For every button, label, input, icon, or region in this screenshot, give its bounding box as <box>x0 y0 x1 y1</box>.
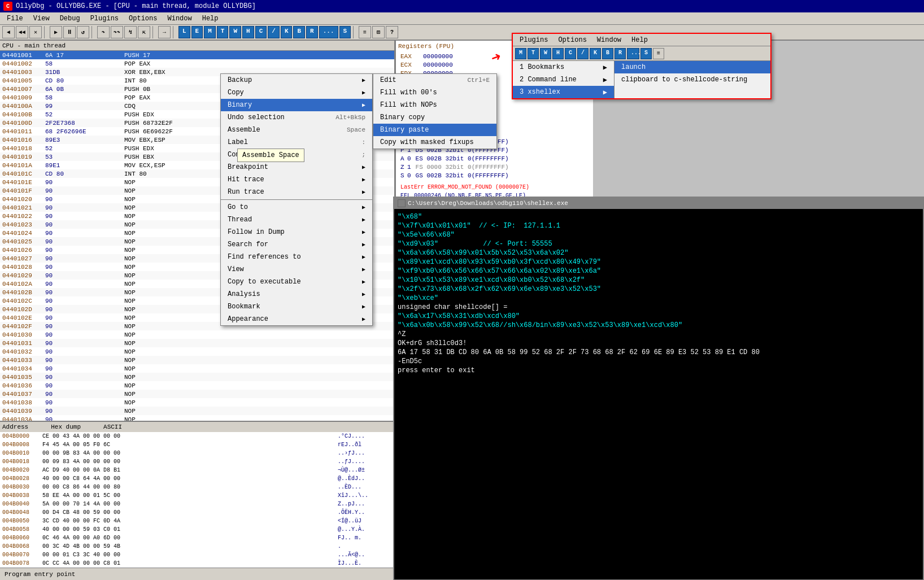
plugins-sub-launch[interactable]: launch <box>614 61 770 73</box>
toolbar-grid[interactable]: ⊞ <box>372 26 385 38</box>
ctx-backup[interactable]: Backup▶ <box>221 74 372 86</box>
ctx-binary[interactable]: Binary▶ <box>221 99 372 111</box>
plugins-menu-plugins[interactable]: Plugins <box>515 35 552 45</box>
toolbar-run[interactable]: ▶ <box>50 26 62 38</box>
ctx-label[interactable]: Label: <box>221 136 372 149</box>
toolbar-pause[interactable]: ⏸ <box>63 26 76 38</box>
ctx-breakpoint[interactable]: Breakpoint▶ <box>221 161 372 173</box>
ptool-slash[interactable]: / <box>577 48 589 59</box>
sub-fillnop[interactable]: Fill with NOPs <box>373 99 496 111</box>
menu-plugins[interactable]: Plugins <box>86 14 123 24</box>
plugins-menu-window[interactable]: Window <box>592 35 626 45</box>
ctx-view[interactable]: View▶ <box>221 263 372 276</box>
hex-row: 004B001000 00 9B 83 4A 00 00 00..›ƒJ... <box>0 449 394 457</box>
terminal-line: "\xf9\xb0\x66\x56\x66\x57\x66\x6a\x02\x8… <box>398 267 919 276</box>
sub-edit[interactable]: EditCtrl+E <box>373 74 496 86</box>
disasm-row[interactable]: 044010016A 17PUSH 17 <box>0 51 394 59</box>
app-icon: C <box>3 2 12 11</box>
menu-file[interactable]: File <box>2 14 28 24</box>
toolbar-C[interactable]: C <box>255 26 267 38</box>
ctx-runtrace[interactable]: Run trace▶ <box>221 186 372 198</box>
ctx-hittrace[interactable]: Hit trace▶ <box>221 173 372 186</box>
toolbar-step2[interactable]: ↷↷ <box>111 26 123 38</box>
sub-fill00[interactable]: Fill with 00's <box>373 86 496 99</box>
disasm-row[interactable]: 0440103590NOP <box>0 373 394 381</box>
menu-view[interactable]: View <box>29 14 54 24</box>
terminal-line: "\x6a\x66\x58\x99\x01\x5b\x52\x53\x6a\x0… <box>398 248 919 258</box>
menu-options[interactable]: Options <box>124 14 162 24</box>
ptool-B[interactable]: B <box>602 48 613 59</box>
terminal-line: press enter to exit <box>398 366 919 375</box>
toolbar-question[interactable]: ? <box>386 26 398 38</box>
sub-binarypaste[interactable]: Binary paste <box>373 124 496 136</box>
plugins-menu-options[interactable]: Options <box>553 35 591 45</box>
toolbar-K[interactable]: K <box>281 26 293 38</box>
toolbar-btn-stop[interactable]: ✕ <box>29 26 42 38</box>
ctx-goto[interactable]: Go to▶ <box>221 201 372 213</box>
toolbar-btn-2[interactable]: ◄◄ <box>16 26 28 38</box>
ctx-followindump[interactable]: Follow in Dump▶ <box>221 226 372 238</box>
toolbar-list[interactable]: ≡ <box>359 26 371 38</box>
disasm-row[interactable]: 0440103190NOP <box>0 339 394 347</box>
ctx-appearance[interactable]: Appearance▶ <box>221 313 372 325</box>
ctx-analysis[interactable]: Analysis▶ <box>221 288 372 300</box>
toolbar-B[interactable]: B <box>293 26 305 38</box>
toolbar-S[interactable]: S <box>339 26 351 38</box>
ptool-dots[interactable]: ... <box>627 48 639 59</box>
toolbar-L[interactable]: L <box>178 26 190 38</box>
menu-help[interactable]: Help <box>198 14 223 24</box>
ctx-undo[interactable]: Undo selectionAlt+BkSp <box>221 111 372 124</box>
toolbar-trace[interactable]: → <box>158 26 171 38</box>
ptool-M[interactable]: M <box>515 48 526 59</box>
plugins-item-cmdline[interactable]: 2 Command line▶ <box>513 73 614 86</box>
ptool-H[interactable]: H <box>552 48 564 59</box>
plugins-item-bookmarks[interactable]: 1 Bookmarks▶ <box>513 61 614 73</box>
toolbar-step3[interactable]: ↯ <box>124 26 137 38</box>
ptool-W[interactable]: W <box>540 48 551 59</box>
ctx-assemble[interactable]: AssembleSpace <box>221 124 372 136</box>
plugins-item-xshellex[interactable]: 3 xshellex▶ <box>513 86 614 98</box>
menu-window[interactable]: Window <box>163 14 196 24</box>
toolbar-step4[interactable]: ⇱ <box>138 26 150 38</box>
disasm-row[interactable]: 0440103990NOP <box>0 407 394 415</box>
toolbar-R[interactable]: R <box>306 26 318 38</box>
disasm-row[interactable]: 0440103490NOP <box>0 364 394 373</box>
ctx-copyexe[interactable]: Copy to executable▶ <box>221 276 372 288</box>
ctx-searchfor[interactable]: Search for▶ <box>221 238 372 251</box>
toolbar-H[interactable]: H <box>242 26 254 38</box>
ptool-K[interactable]: K <box>590 48 601 59</box>
disasm-row[interactable]: 0440103790NOP <box>0 390 394 398</box>
ptool-S[interactable]: S <box>640 48 652 59</box>
toolbar-M[interactable]: M <box>204 26 216 38</box>
toolbar-E[interactable]: E <box>191 26 203 38</box>
toolbar-btn-1[interactable]: ◄ <box>2 26 15 38</box>
ptool-list[interactable]: ≡ <box>653 48 664 59</box>
toolbar-T[interactable]: T <box>217 26 229 38</box>
ctx-bookmark[interactable]: Bookmark▶ <box>221 300 372 313</box>
ctx-thread[interactable]: Thread▶ <box>221 213 372 226</box>
toolbar-restart[interactable]: ↺ <box>77 26 89 38</box>
toolbar-slash[interactable]: / <box>268 26 280 38</box>
disasm-row[interactable]: 0440100258POP EAX <box>0 59 394 68</box>
toolbar-W[interactable]: W <box>229 26 241 38</box>
sub-binarycopy[interactable]: Binary copy <box>373 111 496 124</box>
reg-z: Z1FS 0000 32bit 0(FFFFFFFF) <box>398 163 591 171</box>
disasm-row[interactable]: 0440103390NOP <box>0 356 394 364</box>
menu-debug[interactable]: Debug <box>55 14 85 24</box>
terminal-body[interactable]: "\x68""\x7f\x01\x01\x01" // <- IP: 127.1… <box>394 209 923 579</box>
disasm-row[interactable]: 0440103290NOP <box>0 347 394 356</box>
sub-copymask[interactable]: Copy with masked fixups <box>373 136 496 149</box>
disasm-row[interactable]: 0440103890NOP <box>0 398 394 407</box>
ctx-findref[interactable]: Find references to▶ <box>221 251 372 263</box>
disasm-row[interactable]: 0440103690NOP <box>0 381 394 390</box>
reg-a: A0ES 002B 32bit 0(FFFFFFFF) <box>398 154 591 163</box>
ptool-R[interactable]: R <box>614 48 626 59</box>
plugins-sub-clipboard[interactable]: clipboard to c-shellcode-string <box>614 73 770 86</box>
ptool-C[interactable]: C <box>565 48 576 59</box>
disasm-row[interactable]: 0440103090NOP <box>0 330 394 339</box>
ctx-copy[interactable]: Copy▶ <box>221 86 372 99</box>
toolbar-dots[interactable]: ... <box>319 26 338 38</box>
plugins-menu-help[interactable]: Help <box>627 35 652 45</box>
toolbar-step[interactable]: ↷ <box>97 26 110 38</box>
ptool-T[interactable]: T <box>528 48 539 59</box>
